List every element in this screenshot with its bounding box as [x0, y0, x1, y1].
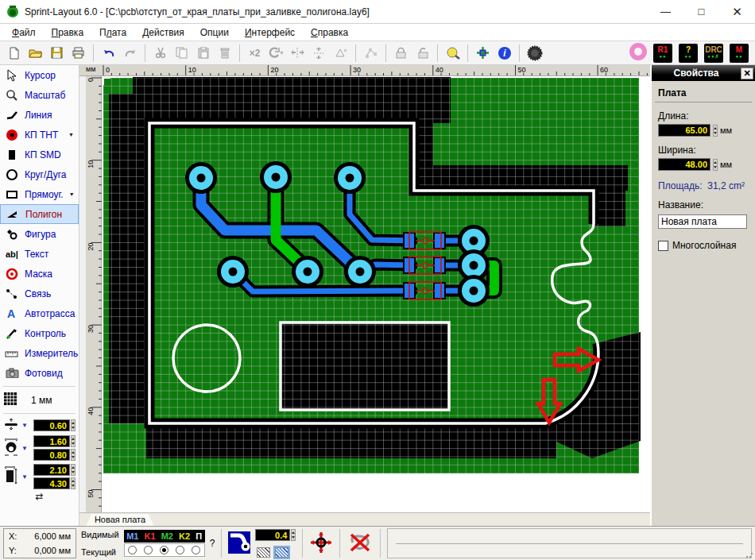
- board-name-input[interactable]: [658, 214, 747, 229]
- tool-item-shape[interactable]: Фигура: [0, 224, 79, 244]
- resize-grip[interactable]: [745, 550, 753, 558]
- menu-item-7[interactable]: Справка: [304, 25, 355, 40]
- tool-item-rect[interactable]: Прямоуг.▼: [0, 184, 79, 204]
- copy-button[interactable]: [171, 43, 192, 64]
- layer-visibility-box[interactable]: M1K1M2K2П: [124, 530, 205, 543]
- polygon-gap-spinner[interactable]: [291, 529, 296, 541]
- redo-button[interactable]: [119, 43, 141, 64]
- crosshair-mode-button[interactable]: [472, 43, 494, 64]
- width-value[interactable]: 48.00: [658, 158, 710, 171]
- tool-item-smd[interactable]: КП SMD: [0, 145, 79, 164]
- pad-drill-value[interactable]: 0.80: [33, 449, 70, 461]
- print-button[interactable]: [68, 43, 89, 64]
- current-layer-radio-K2[interactable]: [176, 546, 184, 554]
- cut-button[interactable]: [149, 43, 171, 64]
- layer-label-M1[interactable]: M1: [126, 531, 138, 541]
- tool-item-link[interactable]: Связь: [0, 284, 79, 303]
- tool-item-auto[interactable]: AАвтотрасса: [0, 303, 79, 323]
- grid-button[interactable]: 1 мм: [0, 390, 79, 410]
- component-help-icon[interactable]: ?●●: [679, 44, 698, 63]
- mirror-horizontal-button[interactable]: [287, 43, 308, 64]
- pad-drill-spinner[interactable]: [71, 449, 76, 461]
- paste-button[interactable]: [192, 43, 214, 64]
- new-file-button[interactable]: [3, 43, 25, 64]
- window-title: Sprint-Layout 6.0 - [C:\pcb\отступ_от_кр…: [25, 6, 370, 17]
- tool-item-cursor[interactable]: Курсор: [0, 65, 79, 85]
- hatch-style-2-button[interactable]: [275, 547, 288, 558]
- pad-size-dropdown[interactable]: ▼: [21, 445, 28, 452]
- tool-item-line[interactable]: Линия: [0, 105, 79, 125]
- tool-item-zoom[interactable]: Масштаб: [0, 85, 79, 105]
- component-r1-icon[interactable]: R1●●: [653, 44, 672, 63]
- length-value[interactable]: 65.00: [658, 124, 710, 137]
- maximize-button[interactable]: □: [683, 0, 719, 23]
- current-layer-radio-M2[interactable]: [160, 546, 168, 554]
- properties-close-button[interactable]: ✕: [741, 68, 753, 79]
- info-button[interactable]: i: [494, 43, 515, 64]
- menu-item-4[interactable]: Действия: [135, 25, 192, 40]
- macro-donut-icon[interactable]: [629, 43, 647, 63]
- tool-item-mask[interactable]: Маска: [0, 264, 79, 284]
- layer-help[interactable]: ?: [210, 538, 215, 549]
- pad-outer-spinner[interactable]: [71, 435, 76, 447]
- zoom-all-button[interactable]: [442, 43, 463, 64]
- smd-size-dropdown[interactable]: ▼: [21, 473, 28, 481]
- lock-button[interactable]: [390, 43, 412, 64]
- pcb-drawing[interactable]: [102, 76, 650, 515]
- track-width-value[interactable]: 0.60: [33, 419, 70, 431]
- undo-button[interactable]: [98, 43, 119, 64]
- current-layer-radio-M1[interactable]: [128, 546, 137, 554]
- save-button[interactable]: [46, 43, 68, 64]
- tool-item-photo[interactable]: Фотовид: [0, 363, 79, 383]
- layer-label-П[interactable]: П: [196, 531, 202, 541]
- unlock-button[interactable]: [412, 43, 433, 64]
- photoview-pattern-button[interactable]: [524, 43, 545, 64]
- delete-button[interactable]: [214, 43, 235, 64]
- close-button[interactable]: ✕: [719, 0, 755, 23]
- duplicate-button[interactable]: ×2: [244, 43, 265, 64]
- pcb-canvas[interactable]: [102, 76, 650, 515]
- smd-height-spinner[interactable]: [71, 477, 76, 489]
- tool-item-measure[interactable]: Измеритель: [0, 343, 79, 363]
- smd-height-value[interactable]: 4.30: [33, 477, 70, 489]
- track-width-spinner[interactable]: [71, 419, 76, 431]
- cancel-polygon-icon[interactable]: [347, 531, 374, 556]
- length-spinner[interactable]: [713, 125, 718, 137]
- swap-values-button[interactable]: ⇄: [0, 491, 79, 502]
- open-file-button[interactable]: [25, 43, 46, 64]
- menu-item-2[interactable]: Правка: [45, 25, 91, 40]
- menu-item-3[interactable]: Плата: [92, 25, 134, 40]
- drc-check-icon[interactable]: DRC●●✗: [704, 44, 723, 63]
- hatch-style-1-button[interactable]: [257, 547, 270, 558]
- current-layer-radio-K1[interactable]: [144, 546, 153, 554]
- tool-item-poly[interactable]: Полигон: [0, 204, 79, 224]
- polygon-gap-value[interactable]: 0.4: [255, 529, 290, 541]
- board-tab[interactable]: Новая плата: [86, 514, 154, 527]
- current-layer-radio-П[interactable]: [192, 546, 200, 554]
- width-spinner[interactable]: [713, 159, 718, 171]
- menu-item-1[interactable]: Файл: [5, 25, 43, 40]
- pad-outer-value[interactable]: 1.60: [33, 435, 70, 447]
- mirror-vertical-button[interactable]: [308, 43, 330, 64]
- track-width-dropdown[interactable]: ▼: [21, 422, 28, 429]
- layer-label-K1[interactable]: K1: [145, 531, 156, 541]
- origin-tool-icon[interactable]: [309, 531, 333, 557]
- menu-item-6[interactable]: Интерфейс: [238, 25, 302, 40]
- layer-label-K2[interactable]: K2: [179, 531, 190, 541]
- rotate-button[interactable]: ▼: [265, 43, 287, 64]
- multilayer-checkbox[interactable]: [658, 241, 668, 251]
- macro-m-icon[interactable]: M●●: [730, 44, 749, 63]
- layer-label-M2[interactable]: M2: [161, 531, 173, 541]
- minimize-button[interactable]: —: [648, 0, 683, 23]
- align-button[interactable]: [330, 43, 351, 64]
- tool-dropdown-arrow[interactable]: ▼: [68, 132, 74, 137]
- tool-item-circle[interactable]: Круг/Дуга: [0, 164, 79, 184]
- menu-item-5[interactable]: Опции: [193, 25, 236, 40]
- tool-item-probe[interactable]: Контроль: [0, 323, 79, 343]
- tool-dropdown-arrow[interactable]: ▼: [69, 191, 75, 197]
- smd-width-value[interactable]: 2.10: [33, 464, 70, 476]
- tool-item-text[interactable]: ab|Текст: [0, 244, 79, 264]
- smd-width-spinner[interactable]: [71, 464, 76, 476]
- snap-points-button[interactable]: [360, 43, 381, 64]
- tool-item-tht[interactable]: КП THT▼: [0, 125, 79, 145]
